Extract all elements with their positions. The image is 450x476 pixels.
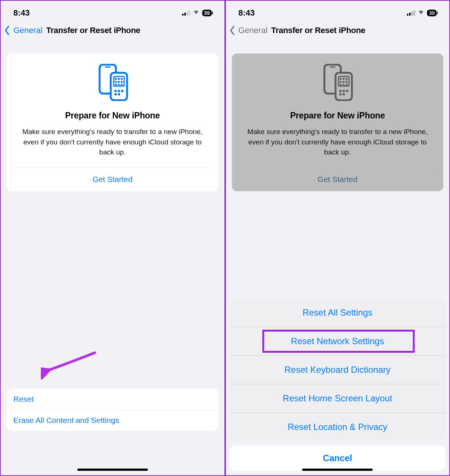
svg-rect-6 — [121, 78, 123, 80]
reset-keyboard-dictionary[interactable]: Reset Keyboard Dictionary — [230, 356, 446, 384]
svg-rect-19 — [330, 66, 336, 68]
get-started-button[interactable]: Get Started — [318, 175, 357, 183]
svg-rect-4 — [115, 78, 117, 80]
back-chevron-icon[interactable] — [229, 25, 238, 36]
transfer-phones-icon — [14, 64, 211, 101]
back-button[interactable]: General — [239, 26, 268, 35]
svg-rect-15 — [121, 90, 123, 92]
reset-location-privacy[interactable]: Reset Location & Privacy — [230, 413, 446, 441]
svg-rect-34 — [339, 93, 341, 95]
home-indicator[interactable] — [77, 469, 148, 471]
screenshot-right: 8:43 39 General Transfer or Reset iPhone — [225, 0, 450, 476]
svg-rect-23 — [343, 78, 344, 80]
svg-rect-11 — [118, 84, 120, 85]
svg-rect-33 — [346, 90, 348, 92]
nav-bar: General Transfer or Reset iPhone — [1, 22, 224, 41]
transfer-phones-icon — [239, 64, 436, 101]
svg-rect-27 — [346, 81, 347, 83]
svg-rect-31 — [339, 90, 341, 92]
svg-rect-7 — [115, 81, 117, 83]
svg-rect-35 — [343, 93, 345, 95]
erase-all-row[interactable]: Erase All Content and Settings — [7, 410, 218, 431]
prepare-card: Prepare for New iPhone Make sure everyth… — [232, 53, 444, 191]
wifi-icon — [192, 8, 200, 18]
cellular-signal-icon — [182, 10, 190, 16]
back-chevron-icon[interactable] — [4, 25, 13, 36]
bottom-options-list: Reset Erase All Content and Settings — [7, 389, 218, 431]
page-title: Transfer or Reset iPhone — [271, 26, 365, 35]
svg-rect-25 — [340, 81, 341, 83]
reset-row[interactable]: Reset — [7, 389, 218, 410]
svg-rect-10 — [115, 84, 117, 85]
svg-rect-24 — [346, 78, 347, 80]
svg-rect-29 — [343, 84, 344, 85]
svg-rect-8 — [118, 81, 120, 83]
status-bar: 8:43 39 — [1, 1, 224, 22]
svg-rect-17 — [118, 93, 120, 95]
reset-action-sheet: Reset All Settings Reset Network Setting… — [230, 299, 446, 471]
status-bar: 8:43 39 — [226, 1, 450, 22]
svg-rect-32 — [343, 90, 345, 92]
svg-rect-16 — [114, 93, 117, 95]
svg-rect-5 — [118, 78, 120, 80]
svg-rect-9 — [121, 81, 123, 83]
svg-rect-12 — [121, 84, 123, 85]
screenshot-left: 8:43 39 General Transfer or Reset iPhone — [0, 0, 225, 476]
reset-home-screen-layout[interactable]: Reset Home Screen Layout — [230, 384, 446, 413]
back-button[interactable]: General — [13, 26, 42, 35]
prepare-card: Prepare for New iPhone Make sure everyth… — [7, 53, 218, 191]
battery-indicator: 39 — [202, 10, 212, 16]
home-indicator[interactable] — [302, 469, 373, 471]
page-title: Transfer or Reset iPhone — [46, 26, 140, 35]
svg-rect-14 — [118, 90, 120, 92]
wifi-icon — [417, 8, 425, 18]
card-title: Prepare for New iPhone — [14, 111, 211, 121]
get-started-button[interactable]: Get Started — [93, 175, 132, 183]
card-title: Prepare for New iPhone — [239, 111, 436, 121]
reset-network-settings[interactable]: Reset Network Settings — [230, 327, 446, 356]
svg-rect-28 — [340, 84, 341, 85]
card-description: Make sure everything's ready to transfer… — [239, 127, 436, 167]
clock: 8:43 — [239, 8, 255, 18]
svg-rect-13 — [114, 90, 117, 92]
reset-all-settings[interactable]: Reset All Settings — [230, 299, 446, 327]
cellular-signal-icon — [407, 10, 415, 16]
card-description: Make sure everything's ready to transfer… — [14, 127, 211, 167]
battery-indicator: 39 — [427, 10, 437, 16]
svg-rect-22 — [340, 78, 341, 80]
svg-rect-1 — [105, 66, 111, 68]
svg-rect-30 — [346, 84, 347, 85]
svg-rect-26 — [343, 81, 344, 83]
cancel-button[interactable]: Cancel — [230, 446, 446, 471]
clock: 8:43 — [13, 8, 30, 18]
nav-bar: General Transfer or Reset iPhone — [226, 22, 450, 41]
